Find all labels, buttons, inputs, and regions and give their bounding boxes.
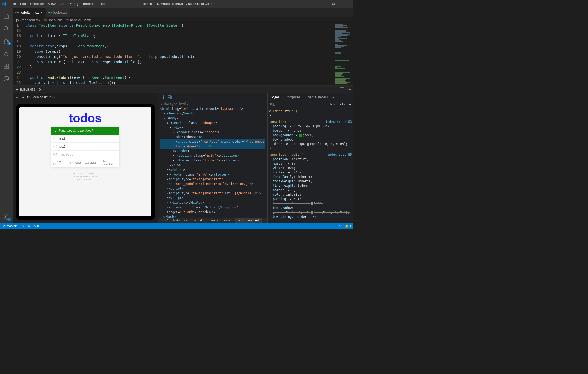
dom-node[interactable]: <a class="url" href="https://bing.com" t… xyxy=(160,205,265,214)
dom-node[interactable]: <script type="text/javascript" src="js/b… xyxy=(160,191,265,200)
panel-more-icon[interactable]: ⋯ xyxy=(347,87,351,92)
breadcrumb-TodoItem[interactable]: TodoItem xyxy=(44,18,62,22)
hov-toggle[interactable]: :hov xyxy=(327,103,337,106)
styles-tab-computed[interactable]: Computed xyxy=(283,93,303,101)
breadcrumb-handleSubmit[interactable]: handleSubmit xyxy=(65,18,91,22)
extensions-icon[interactable] xyxy=(0,60,13,73)
todo-item[interactable]: test1 xyxy=(51,135,119,143)
notifications-icon[interactable]: 🔔 1 xyxy=(345,224,351,228)
tab-footer-tsx[interactable]: footer.tsx xyxy=(46,8,70,17)
filter-completed[interactable]: Completed xyxy=(84,161,98,164)
close-panel-icon[interactable]: ✕ xyxy=(39,87,42,92)
inspect-element-icon[interactable] xyxy=(161,95,165,99)
dom-crumb-header-header[interactable]: header.header xyxy=(208,218,234,223)
code-editor[interactable]: 141516171819202122232425 class TodoItem … xyxy=(13,23,353,85)
dom-node[interactable]: ▸ <dialog>…</dialog> xyxy=(160,200,265,205)
device-toolbar-icon[interactable] xyxy=(168,95,172,99)
styles-body[interactable]: element.style {}.new-todo {index.scss:10… xyxy=(268,108,353,223)
list-icon: ≡ xyxy=(16,87,18,92)
dom-crumb-html[interactable]: html xyxy=(160,218,170,223)
dom-node[interactable]: ▸ <footer class="footer">…</footer> xyxy=(160,158,265,163)
menu-debug[interactable]: Debug xyxy=(66,0,80,8)
dom-node[interactable]: ▸ <footer class="info">…</footer> xyxy=(160,172,265,177)
chevron-down-icon[interactable]: ⌄ xyxy=(54,129,57,132)
todo-item[interactable]: test2 xyxy=(51,143,119,151)
breadcrumbs[interactable]: js› todoItem.tsx› TodoItem› handleSubmit xyxy=(13,17,353,23)
split-editor-icon[interactable] xyxy=(340,87,344,92)
breadcrumb-todoItem.tsx[interactable]: todoItem.tsx xyxy=(22,18,40,22)
editor-tabs: todoItem.tsx×footer.tsx ⋯ xyxy=(13,8,353,17)
debug-icon[interactable] xyxy=(0,47,13,60)
dom-node[interactable]: </div> xyxy=(160,163,265,167)
minimize-button[interactable] xyxy=(315,0,327,8)
new-todo-input[interactable]: ⌄ What needs to be done? xyxy=(51,127,119,135)
tab-todoItem-tsx[interactable]: todoItem.tsx× xyxy=(13,8,46,17)
problems-indicator[interactable]: ⊘ 0 ⚠ 0 xyxy=(27,224,39,228)
explorer-icon[interactable] xyxy=(0,10,13,22)
styles-filter-input[interactable] xyxy=(268,103,327,106)
back-icon[interactable]: ← xyxy=(15,95,19,99)
svg-rect-23 xyxy=(66,19,68,20)
svg-point-18 xyxy=(50,12,50,13)
dom-node[interactable]: ▾ <body> xyxy=(160,116,265,120)
dom-node[interactable]: <!doctype html> xyxy=(160,102,265,106)
dom-node[interactable]: <script type="text/javascript" src="node… xyxy=(160,177,265,191)
feedback-icon[interactable]: ☺ xyxy=(338,224,341,228)
breadcrumb-js[interactable]: js xyxy=(16,18,19,22)
clear-completed[interactable]: Clear completed xyxy=(102,160,117,165)
dom-crumb-input-new-todo[interactable]: input.new-todo xyxy=(235,218,262,223)
maximize-button[interactable] xyxy=(327,0,339,8)
svg-point-13 xyxy=(5,216,7,218)
elements-panel-tab[interactable]: ≡ Elements ✕ xyxy=(15,86,44,93)
activity-bar: 2 1 xyxy=(0,8,13,223)
menu-go[interactable]: Go xyxy=(58,0,66,8)
source-control-icon[interactable]: 2 xyxy=(0,35,13,47)
styles-tab-event-listeners[interactable]: Event Listeners xyxy=(303,93,331,101)
dom-node[interactable]: ▾ <header class="header"> xyxy=(160,130,265,135)
cls-toggle[interactable]: .cls xyxy=(337,103,347,106)
dom-tree[interactable]: <!doctype html><html lang="en" data-fram… xyxy=(158,101,267,218)
dom-crumb-section[interactable]: section xyxy=(182,218,198,223)
dom-node[interactable]: </body> xyxy=(160,214,265,218)
settings-icon[interactable]: 1 xyxy=(0,211,13,223)
dom-node[interactable]: <html lang="en" data-framework="typescri… xyxy=(160,106,265,111)
menu-view[interactable]: View xyxy=(46,0,58,8)
refresh-icon[interactable]: ⟳ xyxy=(27,95,30,99)
menu-terminal[interactable]: Terminal xyxy=(80,0,97,8)
dom-node[interactable]: ▸ <head>…</head> xyxy=(160,111,265,116)
dom-node[interactable]: ▸ <section class="main">…</section> xyxy=(160,153,265,158)
url-bar[interactable]: localhost:4200/ xyxy=(33,95,55,99)
search-icon[interactable] xyxy=(0,22,13,35)
styles-tabs-more-icon[interactable]: » xyxy=(332,95,334,99)
filter-active[interactable]: Active xyxy=(74,161,83,164)
styles-tabs: StylesComputedEvent Listeners» xyxy=(268,93,353,101)
edge-icon[interactable] xyxy=(0,73,13,85)
branch-indicator[interactable]: ⎇ master* xyxy=(2,224,17,228)
dom-node[interactable]: </header> xyxy=(160,149,265,153)
preview-footer-info: Double-click to edit a todo Created by R… xyxy=(72,172,99,181)
forward-icon[interactable]: → xyxy=(21,95,24,99)
menu-edit[interactable]: Edit xyxy=(18,0,28,8)
menu-file[interactable]: File xyxy=(8,0,18,8)
dom-node[interactable]: ▾ <div> xyxy=(160,125,265,130)
close-tab-icon[interactable]: × xyxy=(40,10,43,15)
vscode-logo-icon xyxy=(2,2,6,6)
menu-selection[interactable]: Selection xyxy=(28,0,46,8)
styles-tab-styles[interactable]: Styles xyxy=(268,93,283,101)
add-style-button[interactable]: + xyxy=(347,102,353,107)
dom-node[interactable]: ▾ <section class="todoapp"> xyxy=(160,120,265,125)
minimap[interactable] xyxy=(333,23,353,85)
dom-node[interactable]: <h1>todos</h1> xyxy=(160,135,265,139)
sync-icon[interactable]: ⟲ xyxy=(21,224,24,228)
dom-node[interactable]: <input class="new-todo" placeholder="Wha… xyxy=(160,139,265,149)
dom-node[interactable]: </section> xyxy=(160,167,265,172)
dom-breadcrumbs[interactable]: htmlbodysectiondivheader.headerinput.new… xyxy=(158,218,267,223)
dom-crumb-div[interactable]: div xyxy=(199,218,207,223)
more-actions-icon[interactable]: ⋯ xyxy=(346,10,351,15)
close-button[interactable] xyxy=(339,0,351,8)
svg-point-14 xyxy=(17,12,17,13)
todo-item[interactable]: thing to do xyxy=(51,151,119,159)
menu-help[interactable]: Help xyxy=(97,0,109,8)
filter-all[interactable]: All xyxy=(68,161,72,164)
dom-crumb-body[interactable]: body xyxy=(172,218,182,223)
